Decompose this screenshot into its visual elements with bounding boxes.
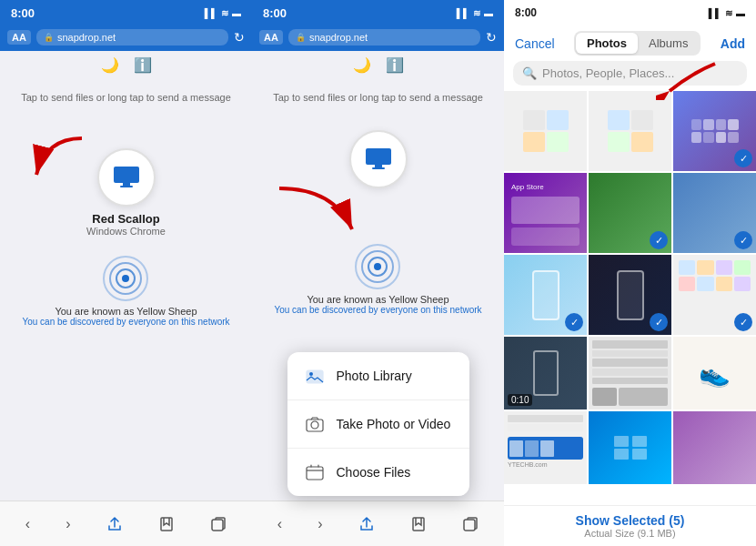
device-name-1: Red Scallop: [92, 212, 159, 226]
known-text-2: You are known as Yellow Sheep: [307, 294, 449, 305]
wifi-rings-2: [354, 243, 401, 290]
svg-point-7: [122, 275, 129, 282]
refresh-button-2[interactable]: ↻: [486, 30, 497, 45]
choose-files-label: Choose Files: [337, 465, 411, 480]
checkmark-3-2: ✓: [650, 313, 668, 331]
bottom-toolbar-1: ‹ ›: [0, 500, 252, 546]
url-bar-2[interactable]: 🔒 snapdrop.net: [288, 29, 480, 46]
moon-icon-1[interactable]: 🌙: [101, 56, 119, 74]
grid-cell-2-2[interactable]: ✓: [589, 173, 671, 253]
red-arrow-1: [18, 129, 91, 184]
svg-rect-1: [114, 167, 139, 183]
hint-text-1: Tap to send files or long tap to send a …: [21, 92, 231, 103]
grid-cell-2-3[interactable]: ✓: [673, 173, 756, 253]
svg-rect-12: [372, 167, 385, 169]
info-icon-1[interactable]: ℹ️: [134, 56, 152, 74]
status-icons-1: ▌▌ ≋ ▬: [205, 8, 241, 18]
photo-status-bar: 8:00 ▌▌ ≋ ▬: [504, 0, 756, 25]
status-bar-2: 8:00 ▌▌ ≋ ▬: [252, 0, 504, 25]
svg-rect-26: [614, 436, 629, 447]
battery-icon-1: ▬: [232, 8, 241, 18]
aa-button-2[interactable]: AA: [259, 30, 283, 45]
monitor-icon-1: [110, 161, 143, 194]
cancel-button[interactable]: Cancel: [515, 36, 555, 51]
svg-point-21: [311, 421, 318, 429]
grid-cell-1-1[interactable]: [504, 91, 587, 171]
tabs-button-1[interactable]: [203, 512, 234, 536]
photo-library-icon: [302, 363, 328, 389]
checkmark-3-1: ✓: [565, 313, 583, 331]
lock-icon-1: 🔒: [44, 33, 54, 42]
url-bar-1[interactable]: 🔒 snapdrop.net: [36, 29, 228, 46]
grid-cell-4-1[interactable]: 0:10: [504, 337, 587, 410]
svg-rect-8: [161, 518, 172, 531]
take-photo-icon: [302, 411, 328, 437]
share-button-2[interactable]: [351, 512, 382, 536]
svg-point-19: [309, 372, 313, 376]
hint-text-2: Tap to send files or long tap to send a …: [273, 92, 483, 103]
grid-cell-3-1[interactable]: ✓: [504, 255, 587, 335]
bookmarks-button-1[interactable]: [151, 512, 182, 536]
lock-icon-2: 🔒: [296, 33, 306, 42]
grid-cell-4-2[interactable]: [589, 337, 671, 410]
grid-row-2: App Store ✓ ✓: [504, 173, 756, 253]
checkmark-2-3: ✓: [734, 231, 752, 249]
show-selected-label[interactable]: Show Selected (5): [515, 513, 745, 528]
aa-button-1[interactable]: AA: [7, 30, 31, 45]
photo-grid: ✓ App Store ✓ ✓: [504, 91, 756, 505]
grid-row-3: ✓ ✓ ✓: [504, 255, 756, 335]
tab-albums[interactable]: Albums: [638, 33, 699, 54]
tabs-button-2[interactable]: [455, 512, 486, 536]
red-arrow-3: [656, 55, 720, 100]
discovered-text-1: You can be discovered by everyone on thi…: [22, 317, 229, 327]
tab-photos[interactable]: Photos: [576, 33, 638, 54]
phone-panel-1: 8:00 ▌▌ ≋ ▬ AA 🔒 snapdrop.net ↻ 🌙 ℹ️ Tap…: [0, 0, 252, 546]
grid-cell-3-3[interactable]: ✓: [673, 255, 756, 335]
phone-panel-2: 8:00 ▌▌ ≋ ▬ AA 🔒 snapdrop.net ↻ 🌙 ℹ️ Tap…: [252, 0, 504, 546]
show-selected-bar[interactable]: Show Selected (5) Actual Size (9.1 MB): [504, 505, 756, 546]
tab-group: Photos Albums: [574, 31, 701, 56]
grid-cell-5-1[interactable]: YTECHB.com: [504, 411, 587, 484]
svg-rect-27: [632, 436, 647, 447]
signal-icon-2: ▌▌: [457, 8, 469, 18]
info-icon-2[interactable]: ℹ️: [386, 56, 404, 74]
svg-rect-18: [307, 370, 323, 383]
grid-cell-5-2[interactable]: [589, 411, 671, 484]
back-button-1[interactable]: ‹: [18, 512, 37, 536]
device-icon-1[interactable]: [97, 148, 156, 207]
grid-cell-5-3[interactable]: [673, 411, 756, 484]
actual-size-label: Actual Size (9.1 MB): [515, 528, 745, 539]
moon-icon-2[interactable]: 🌙: [353, 56, 371, 74]
share-sheet-item-take-photo[interactable]: Take Photo or Video: [287, 400, 469, 449]
wifi-icon-1: ≋: [221, 8, 228, 18]
grid-row-4: 0:10 👟: [504, 337, 756, 410]
grid-cell-4-3[interactable]: 👟: [673, 337, 756, 410]
checkmark-1-3: ✓: [734, 149, 752, 167]
svg-rect-29: [632, 449, 647, 460]
svg-rect-22: [307, 467, 323, 480]
wifi-container-2: You are known as Yellow Sheep You can be…: [274, 243, 481, 315]
status-icons-2: ▌▌ ≋ ▬: [457, 8, 493, 18]
checkmark-3-3: ✓: [734, 313, 752, 331]
url-text-2: snapdrop.net: [309, 32, 368, 43]
back-button-2[interactable]: ‹: [270, 512, 289, 536]
forward-button-1[interactable]: ›: [58, 512, 77, 536]
refresh-button-1[interactable]: ↻: [234, 30, 245, 45]
wifi-container-1: You are known as Yellow Sheep You can be…: [22, 255, 229, 327]
photo-library-label: Photo Library: [337, 369, 412, 383]
svg-rect-2: [123, 183, 130, 186]
forward-button-2[interactable]: ›: [310, 512, 329, 536]
share-sheet-item-choose-files[interactable]: Choose Files: [287, 449, 469, 496]
share-sheet-item-photo-library[interactable]: Photo Library: [287, 352, 469, 400]
status-bar-1: 8:00 ▌▌ ≋ ▬: [0, 0, 252, 25]
wifi-icon-2: ≋: [473, 8, 480, 18]
checkmark-2-2: ✓: [650, 231, 668, 249]
grid-cell-3-2[interactable]: ✓: [589, 255, 671, 335]
svg-rect-9: [212, 520, 223, 531]
share-button-1[interactable]: [99, 512, 130, 536]
add-button[interactable]: Add: [721, 36, 745, 51]
photo-time: 8:00: [515, 6, 537, 19]
bookmarks-button-2[interactable]: [403, 512, 434, 536]
grid-cell-2-1[interactable]: App Store: [504, 173, 587, 253]
photo-battery-icon: ▬: [736, 8, 745, 18]
